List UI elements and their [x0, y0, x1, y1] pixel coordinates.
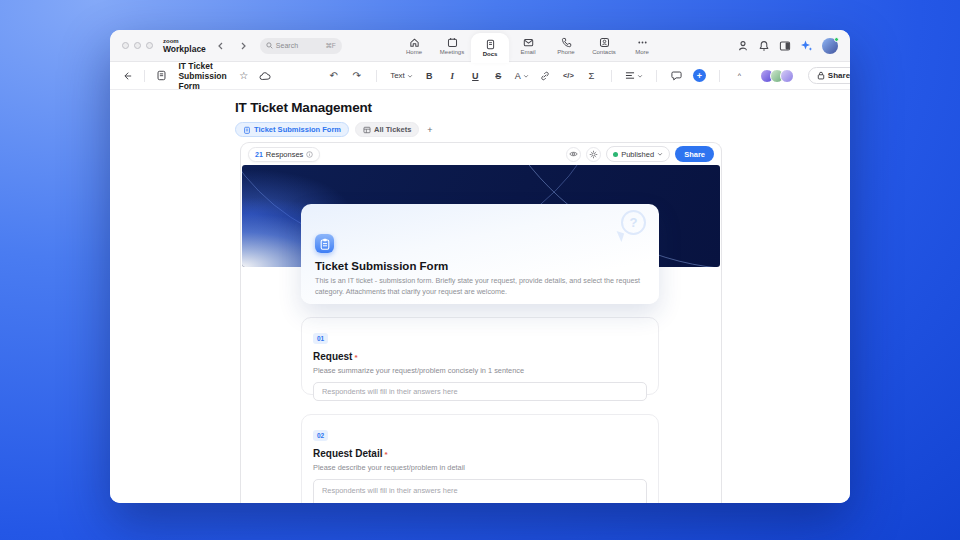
- answer-input[interactable]: [313, 382, 647, 401]
- nav-tab-home[interactable]: Home: [395, 30, 433, 62]
- comment-icon: [671, 70, 682, 81]
- chevron-down-icon: [637, 73, 643, 79]
- redo-button[interactable]: ↷: [350, 68, 363, 84]
- ai-companion-sparkle-icon[interactable]: [800, 39, 813, 52]
- collaborator-avatars: [760, 69, 794, 83]
- docs-icon: [485, 39, 496, 50]
- form-icon: [243, 126, 251, 134]
- minimize-window-icon[interactable]: [134, 42, 141, 49]
- phone-icon: [561, 37, 572, 48]
- formatting-tools: ↶ ↷ Text B I U S A </> Σ: [327, 68, 746, 84]
- add-tab-button[interactable]: +: [425, 125, 434, 135]
- responses-bar: 21 Responses Published: [241, 143, 721, 165]
- underline-button[interactable]: U: [469, 68, 482, 84]
- collapse-toolbar-button[interactable]: ^: [733, 68, 746, 84]
- text-color-dropdown[interactable]: A: [515, 71, 529, 81]
- share-form-button[interactable]: Share: [675, 146, 714, 162]
- link-icon: [540, 71, 550, 81]
- search-shortcut: ⌘F: [325, 42, 335, 50]
- responses-count: 21: [255, 151, 263, 158]
- back-button[interactable]: [120, 68, 133, 84]
- undo-button[interactable]: ↶: [327, 68, 340, 84]
- divider: [376, 70, 377, 82]
- main-nav: Home Meetings Docs Email Phone: [395, 30, 661, 62]
- required-asterisk: *: [354, 353, 357, 362]
- strikethrough-button[interactable]: S: [492, 68, 505, 84]
- formula-button[interactable]: Σ: [585, 68, 598, 84]
- share-doc-button[interactable]: Share: [808, 67, 850, 84]
- responses-pill[interactable]: 21 Responses: [248, 147, 320, 162]
- email-icon: [523, 37, 534, 48]
- answer-textarea[interactable]: [313, 479, 647, 503]
- document-title: IT Ticket Submission Form: [178, 61, 227, 91]
- link-button[interactable]: [539, 68, 552, 84]
- italic-button[interactable]: I: [446, 68, 459, 84]
- divider: [719, 70, 720, 82]
- question-number-badge: 01: [313, 333, 328, 344]
- collaborator-avatar[interactable]: [780, 69, 794, 83]
- tab-all-tickets[interactable]: All Tickets: [355, 122, 419, 137]
- cloud-sync-icon: [258, 68, 271, 84]
- code-block-button[interactable]: </>: [562, 68, 575, 84]
- notifications-bell-icon[interactable]: [758, 40, 770, 52]
- search-input[interactable]: Search ⌘F: [260, 38, 342, 54]
- user-avatar[interactable]: [822, 38, 838, 54]
- online-status-dot: [834, 37, 839, 42]
- doc-toolbar-left: IT Ticket Submission Form ☆: [120, 61, 271, 91]
- chevron-down-icon: [523, 73, 529, 79]
- text-style-dropdown[interactable]: Text: [390, 71, 413, 80]
- side-panel-icon[interactable]: [779, 40, 791, 52]
- home-icon: [409, 37, 420, 48]
- window-controls[interactable]: [122, 42, 153, 49]
- nav-tab-more[interactable]: More: [623, 30, 661, 62]
- arrow-left-icon: [122, 71, 132, 81]
- align-left-icon: [625, 71, 635, 80]
- preview-button[interactable]: [566, 147, 581, 162]
- publish-status-label: Published: [621, 150, 654, 159]
- align-dropdown[interactable]: [625, 71, 643, 80]
- nav-back-button[interactable]: [214, 39, 228, 53]
- settings-button[interactable]: [586, 147, 601, 162]
- insert-plus-button[interactable]: +: [693, 69, 706, 82]
- gear-icon: [589, 150, 598, 159]
- calendar-icon: [447, 37, 458, 48]
- doc-badge-icon: [155, 68, 168, 84]
- question-helper-text: Please describe your request/problem in …: [313, 463, 647, 472]
- profile-icon[interactable]: [737, 40, 749, 52]
- doc-tabs: Ticket Submission Form All Tickets +: [235, 122, 435, 137]
- desktop-background: zoom Workplace Search ⌘F Home: [0, 0, 960, 540]
- question-title: Request*: [313, 351, 647, 362]
- nav-tab-meetings[interactable]: Meetings: [433, 30, 471, 62]
- nav-tab-email[interactable]: Email: [509, 30, 547, 62]
- lock-icon: [817, 71, 825, 80]
- bold-button[interactable]: B: [423, 68, 436, 84]
- tab-ticket-submission-form[interactable]: Ticket Submission Form: [235, 122, 349, 137]
- publish-status-dropdown[interactable]: Published: [606, 146, 670, 162]
- nav-tab-phone[interactable]: Phone: [547, 30, 585, 62]
- nav-tab-contacts[interactable]: Contacts: [585, 30, 623, 62]
- question-number-badge: 02: [313, 430, 328, 441]
- form-title: Ticket Submission Form: [315, 260, 448, 272]
- document-toolbar: IT Ticket Submission Form ☆ ↶ ↷ Text B I…: [110, 62, 850, 90]
- eye-icon: [569, 150, 578, 158]
- form-editor-panel: 21 Responses Published: [240, 142, 722, 503]
- page-title: IT Ticket Management: [235, 100, 372, 115]
- question-card-2[interactable]: 02 Request Detail* Please describe your …: [301, 414, 659, 503]
- doc-toolbar-right: Share: [746, 67, 850, 84]
- close-window-icon[interactable]: [122, 42, 129, 49]
- question-card-1[interactable]: 01 Request* Please summarize your reques…: [301, 317, 659, 395]
- required-asterisk: *: [384, 450, 387, 459]
- titlebar-right: [737, 38, 838, 54]
- favorite-star-button[interactable]: ☆: [237, 68, 250, 84]
- maximize-window-icon[interactable]: [146, 42, 153, 49]
- nav-forward-button[interactable]: [236, 39, 250, 53]
- divider: [656, 70, 657, 82]
- form-clipboard-icon: [315, 234, 334, 253]
- comment-button[interactable]: [670, 68, 683, 84]
- document-canvas: IT Ticket Management Ticket Submission F…: [110, 90, 850, 503]
- question-helper-text: Please summarize your request/problem co…: [313, 366, 647, 375]
- nav-tab-docs[interactable]: Docs: [471, 33, 509, 63]
- zoom-workplace-window: zoom Workplace Search ⌘F Home: [110, 30, 850, 503]
- divider: [611, 70, 612, 82]
- chevron-down-icon: [657, 151, 663, 157]
